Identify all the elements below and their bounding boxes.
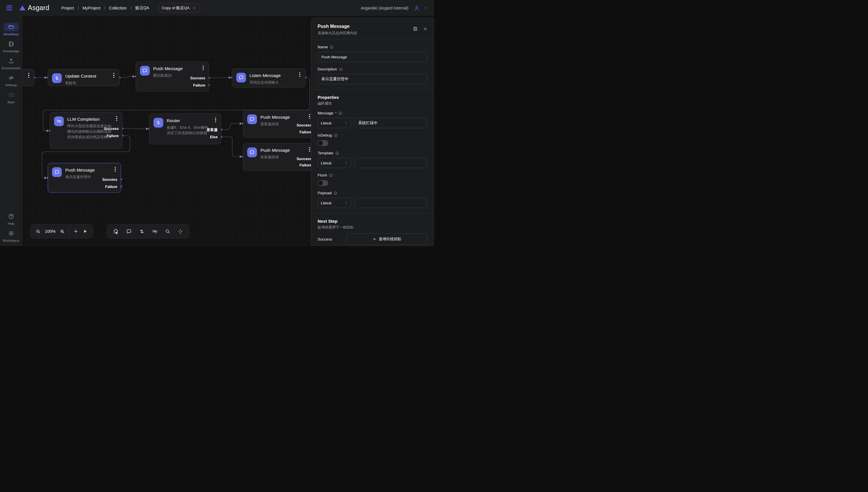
zoom-level: 100%	[45, 229, 55, 233]
llm-icon[interactable]	[152, 228, 158, 235]
node-title: Push Message	[65, 167, 95, 173]
breadcrumb-separator: /	[104, 6, 105, 10]
sidebar-item-apps[interactable]: Apps	[0, 91, 22, 104]
panel-subtitle: 直接輸出訊息的回應內容	[318, 31, 357, 35]
payload-type-select[interactable]: Literal	[318, 198, 351, 208]
port-label-Success[interactable]: Success	[190, 76, 205, 81]
node-palette-toolbar	[107, 224, 190, 239]
sidebar-item-label: Help	[8, 222, 15, 225]
template-type-select[interactable]: Literal	[318, 158, 351, 168]
node-menu-icon[interactable]	[111, 73, 116, 78]
message-label: Message	[318, 111, 333, 115]
sidebar-item-environment[interactable]: Environment	[0, 57, 22, 70]
sidebar-item-knowledge[interactable]: Knowledge	[0, 40, 22, 53]
breadcrumb-item-Collection[interactable]: Collection	[109, 6, 126, 10]
sidebar-item-workspace[interactable]: Workspace	[0, 229, 22, 242]
add-target-node-success-button[interactable]: 新增目標節點	[346, 233, 427, 245]
port-label-Success[interactable]: Success	[297, 123, 312, 128]
port-label-Failure[interactable]: Failure	[299, 130, 312, 135]
top-navbar: Asgard Project/MyProject/Collection/飯店QA…	[0, 0, 434, 16]
info-icon	[329, 173, 333, 177]
sidebar-item-label: Environment	[2, 66, 20, 70]
sidebar-item-label: Workflows	[3, 32, 19, 36]
run-workflow-icon[interactable]	[82, 229, 88, 234]
breadcrumb-item-Project[interactable]: Project	[61, 6, 74, 10]
port-label-Success[interactable]: Success	[297, 156, 312, 162]
node-title: Push Message	[261, 147, 290, 153]
node-title: Update Context	[65, 73, 96, 79]
node-menu-icon[interactable]	[115, 116, 119, 121]
upload-icon	[4, 57, 19, 65]
name-field[interactable]	[318, 52, 427, 62]
zoom-out-icon[interactable]	[35, 229, 41, 234]
workflow-node-push-cs[interactable]: Push Message 是客服情境 SuccessFailure	[243, 110, 315, 138]
message-value-field[interactable]	[354, 118, 427, 128]
node-title: LLM Completion	[67, 116, 113, 122]
port-label-Failure[interactable]: Failure	[105, 184, 117, 189]
select-updown-icon	[344, 161, 348, 165]
zoom-in-icon[interactable]	[59, 229, 65, 234]
flush-toggle[interactable]	[318, 180, 328, 186]
hamburger-menu-icon[interactable]	[6, 5, 12, 10]
breadcrumb-item-MyProject[interactable]: MyProject	[82, 6, 100, 10]
port-label-Failure[interactable]: Failure	[299, 163, 312, 168]
sidebar: WorkflowsKnowledgeEnvironmentSettingsApp…	[0, 16, 22, 246]
node-subtitle: 非客服情境	[261, 154, 290, 160]
workflow-node-push-welcome[interactable]: Push Message 顯示歡迎詞 SuccessFailure	[136, 62, 209, 91]
llm-icon	[54, 116, 64, 126]
next-step-title: Next Step	[318, 219, 427, 224]
node-subtitle: 呼叫大型語言模型並產生結構化的資料輸出以輔助流程的決策或生成自然語言輸出	[67, 123, 113, 140]
port-label-Else[interactable]: Else	[210, 134, 218, 140]
workflow-node-router[interactable]: Router 依據If、Else If、Else條件決定工作流程執行的路徑 是客…	[149, 114, 221, 144]
add-icon[interactable]	[73, 229, 78, 234]
node-menu-icon[interactable]	[113, 167, 118, 172]
chat-bubble-icon[interactable]	[126, 228, 132, 235]
isdebug-toggle[interactable]	[318, 140, 328, 146]
select-updown-icon	[193, 6, 196, 10]
sidebar-item-label: Knowledge	[3, 49, 19, 53]
swap-arrows-icon[interactable]	[139, 228, 145, 235]
node-menu-icon[interactable]	[201, 66, 205, 70]
workflow-node-update-context[interactable]: Update Context 初始化	[48, 69, 120, 86]
payload-value-field[interactable]	[354, 198, 427, 208]
description-label: Description	[318, 67, 337, 71]
move-icon[interactable]	[177, 228, 183, 235]
workflow-node-push-noncs[interactable]: Push Message 非客服情境 SuccessFailure	[243, 143, 315, 171]
user-icon[interactable]	[414, 5, 420, 11]
port-label-Success[interactable]: Success	[102, 177, 117, 182]
message-type-select[interactable]: Literal	[318, 118, 351, 128]
workflow-node-push-flow[interactable]: Push Message 表示流量控管中 SuccessFailure	[48, 163, 121, 193]
workflow-node-hidden-left[interactable]	[22, 69, 34, 86]
sidebar-item-label: Settings	[5, 83, 17, 87]
search-icon[interactable]	[165, 228, 170, 234]
workflow-node-listen-message[interactable]: Listen Message 等待訊息內容輸入	[232, 68, 305, 88]
save-icon[interactable]	[413, 26, 418, 31]
sidebar-item-help[interactable]: Help	[0, 212, 22, 225]
properties-subtitle: 編輯屬性	[318, 101, 427, 106]
toolbar-divider	[69, 228, 69, 235]
name-label: Name	[318, 45, 328, 49]
workflow-node-llm-completion[interactable]: LLM Completion 呼叫大型語言模型並產生結構化的資料輸出以輔助流程的…	[50, 112, 122, 149]
sidebar-item-workflows[interactable]: Workflows	[0, 23, 22, 36]
port-label-Success[interactable]: Success	[104, 126, 119, 131]
template-value-field[interactable]	[354, 158, 427, 168]
node-menu-icon[interactable]	[26, 73, 31, 78]
select-updown-icon	[344, 201, 348, 205]
workflow-version-select[interactable]: Copy of 飯店QA	[158, 3, 200, 13]
chevron-down-icon[interactable]	[423, 6, 428, 10]
plus-icon	[372, 237, 376, 241]
app-window: Asgard Project/MyProject/Collection/飯店QA…	[0, 0, 434, 246]
info-icon	[333, 191, 338, 195]
next-step-subtitle: 新增或選擇下一個節點	[318, 225, 427, 230]
port-label-Failure[interactable]: Failure	[107, 133, 119, 139]
node-detail-panel: Push Message 直接輸出訊息的回應內容 Name Descriptio…	[311, 18, 434, 246]
breadcrumb-item-飯店QA[interactable]: 飯店QA	[135, 5, 149, 10]
port-label-Failure[interactable]: Failure	[193, 83, 205, 88]
add-node-icon[interactable]	[113, 228, 119, 235]
node-menu-icon[interactable]	[213, 118, 218, 122]
sidebar-item-settings[interactable]: Settings	[0, 74, 22, 87]
close-icon[interactable]	[423, 27, 427, 31]
port-label-是客服[interactable]: 是客服	[207, 127, 218, 132]
node-menu-icon[interactable]	[297, 72, 302, 77]
description-field[interactable]	[318, 74, 427, 84]
